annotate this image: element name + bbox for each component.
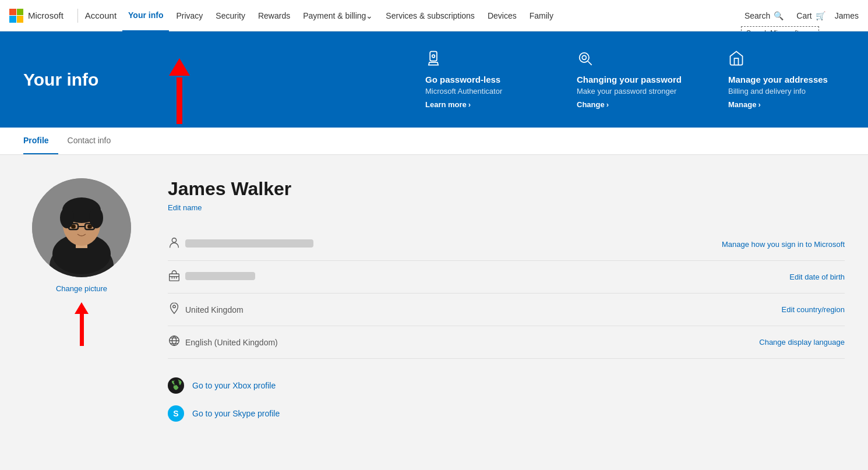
change-picture-link[interactable]: Change picture (56, 284, 107, 293)
nav-rewards[interactable]: Rewards (252, 0, 296, 31)
gaming-section: Go to your Xbox profile S Go to your Sky… (168, 377, 845, 422)
topnav: Microsoft Account Your info Privacy Secu… (0, 0, 868, 31)
banner: Your info Go password-less Microsoft Aut… (0, 31, 868, 128)
tab-contact-info[interactable]: Contact info (58, 128, 121, 154)
banner-title: Your info (23, 70, 98, 89)
tab-profile[interactable]: Profile (23, 128, 58, 154)
svg-point-1 (432, 55, 435, 58)
manage-addresses-arrow: › (758, 100, 760, 109)
passwordless-desc: Microsoft Authenticator (425, 87, 542, 96)
password-title: Changing your password (577, 75, 693, 84)
profile-left: Change picture (23, 178, 140, 423)
nav-services[interactable]: Services & subscriptions (380, 0, 481, 31)
change-password-arrow: › (606, 100, 609, 109)
xbox-profile-link[interactable]: Go to your Xbox profile (192, 381, 276, 390)
skype-icon: S (168, 405, 184, 422)
svg-text:S: S (173, 409, 178, 418)
nav-privacy[interactable]: Privacy (170, 0, 209, 31)
skype-row: S Go to your Skype profile (168, 405, 845, 422)
password-desc: Make your password stronger (577, 87, 693, 96)
birthday-value (185, 272, 789, 282)
nav-divider (77, 9, 78, 23)
manage-signin-link[interactable]: Manage how you sign in to Microsoft (722, 240, 845, 249)
manage-addresses-link[interactable]: Manage › (728, 100, 845, 109)
language-icon (168, 334, 185, 350)
passwordless-icon (425, 50, 542, 70)
account-label: Account (85, 10, 117, 20)
profile-section: Change picture James Walker Edit name (0, 155, 868, 446)
red-arrow-banner (169, 58, 190, 124)
cart-button[interactable]: Cart 🛒 (796, 11, 825, 20)
banner-cards: Go password-less Microsoft Authenticator… (425, 50, 845, 109)
svg-point-17 (87, 225, 92, 229)
change-language-link[interactable]: Change display language (759, 338, 845, 347)
nav-payment[interactable]: Payment & billing ⌄ (297, 0, 379, 31)
svg-point-16 (71, 225, 76, 229)
user-name[interactable]: James (835, 11, 859, 20)
banner-card-addresses: Manage your addresses Billing and delive… (728, 50, 845, 109)
learn-more-label: Learn more (425, 100, 467, 109)
banner-card-passwordless: Go password-less Microsoft Authenticator… (425, 50, 542, 109)
nav-your-info[interactable]: Your info (122, 0, 169, 31)
svg-point-21 (173, 305, 176, 308)
birthday-icon (168, 269, 185, 285)
nav-devices[interactable]: Devices (482, 0, 523, 31)
cart-label: Cart (796, 11, 811, 20)
manage-addresses-label: Manage (728, 100, 756, 109)
learn-more-arrow: › (468, 100, 471, 109)
person-icon (168, 236, 185, 252)
skype-profile-link[interactable]: Go to your Skype profile (192, 409, 280, 418)
location-icon (168, 302, 185, 317)
info-row-signin: Manage how you sign in to Microsoft (168, 228, 845, 261)
search-icon: 🔍 (774, 11, 784, 20)
nav-family[interactable]: Family (524, 0, 559, 31)
nav-links: Your info Privacy Security Rewards Payme… (122, 0, 559, 31)
topnav-right: Search 🔍 Search Microsoft.com Cart 🛒 Jam… (741, 9, 859, 23)
blurred-birthday (185, 272, 255, 280)
svg-point-2 (580, 53, 589, 62)
info-row-birthday: Edit date of birth (168, 261, 845, 294)
search-button[interactable]: Search 🔍 (741, 9, 787, 23)
search-box: Search 🔍 Search Microsoft.com (741, 9, 787, 23)
microsoft-logo[interactable]: Microsoft (9, 9, 63, 23)
cart-icon: 🛒 (816, 11, 825, 20)
microsoft-wordmark: Microsoft (28, 10, 63, 20)
signin-value (185, 239, 722, 249)
edit-name-link[interactable]: Edit name (168, 203, 845, 212)
country-value: United Kingdom (185, 305, 782, 314)
svg-point-4 (582, 55, 586, 59)
red-arrow-small (75, 302, 89, 346)
banner-card-password: Changing your password Make your passwor… (577, 50, 693, 109)
blurred-signin (185, 239, 313, 248)
chevron-down-icon: ⌄ (366, 11, 373, 20)
xbox-row: Go to your Xbox profile (168, 377, 845, 394)
xbox-icon (168, 377, 184, 394)
edit-country-link[interactable]: Edit country/region (782, 305, 845, 314)
profile-right: James Walker Edit name Manage how you si… (168, 178, 845, 423)
addresses-icon (728, 50, 845, 70)
learn-more-link[interactable]: Learn more › (425, 100, 542, 109)
change-password-link[interactable]: Change › (577, 100, 693, 109)
edit-birthday-link[interactable]: Edit date of birth (789, 273, 845, 281)
search-label: Search (744, 11, 770, 20)
avatar (32, 178, 131, 277)
nav-security[interactable]: Security (210, 0, 251, 31)
svg-line-3 (588, 61, 591, 65)
svg-rect-0 (430, 51, 437, 61)
profile-name: James Walker (168, 178, 845, 200)
language-value: English (United Kingdom) (185, 338, 759, 347)
info-row-country: United Kingdom Edit country/region (168, 294, 845, 326)
change-password-label: Change (577, 100, 605, 109)
addresses-desc: Billing and delivery info (728, 87, 845, 96)
tabs: Profile Contact info (0, 128, 868, 155)
passwordless-title: Go password-less (425, 75, 542, 84)
addresses-title: Manage your addresses (728, 75, 845, 84)
info-rows: Manage how you sign in to Microsoft Edit… (168, 228, 845, 359)
svg-point-18 (172, 238, 176, 242)
password-icon (577, 50, 693, 70)
info-row-language: English (United Kingdom) Change display … (168, 326, 845, 359)
